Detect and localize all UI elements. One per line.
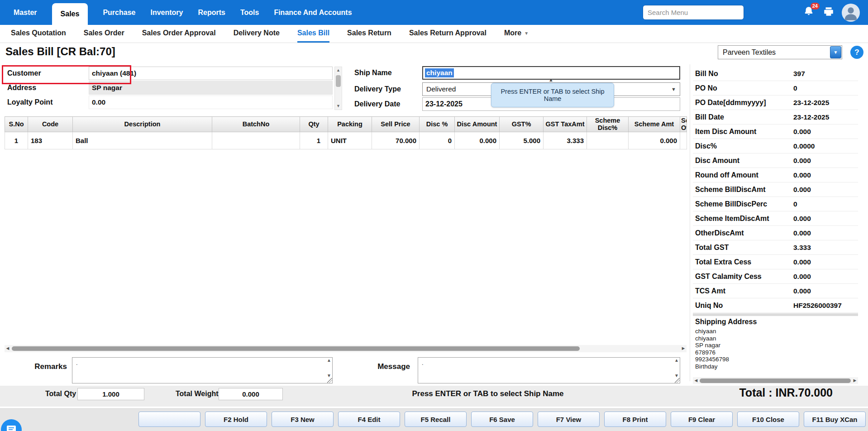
grid-hscrollbar[interactable]: ◄ ► [5,345,687,352]
cell-scheme-disc[interactable] [587,132,629,149]
cell-sch-ot[interactable] [680,132,687,149]
f1-button[interactable] [138,412,200,427]
f7-view-button[interactable]: F7 View [538,412,600,427]
menu-purchase[interactable]: Purchase [103,9,135,17]
scroll-up-icon[interactable]: ▲ [674,358,679,363]
summary-label: PO Date[ddmmyyyy] [693,99,793,107]
col-disc-pct: Disc % [420,117,455,132]
scroll-down-icon[interactable]: ▼ [674,373,679,378]
scrollbar-thumb[interactable] [336,75,341,87]
cell-gst-pct[interactable]: 5.000 [500,132,544,149]
menu-inventory[interactable]: Inventory [150,9,183,17]
message-textarea[interactable]: . ▲ ▼ [418,357,680,383]
scroll-right-icon[interactable]: ► [680,345,687,351]
tab-delivery-note[interactable]: Delivery Note [234,25,280,43]
cell-packing[interactable]: UNIT [328,132,372,149]
scroll-left-icon[interactable]: ◄ [693,378,699,383]
tab-sales-return-approval[interactable]: Sales Return Approval [409,25,486,43]
scroll-down-icon[interactable]: ▼ [335,103,342,110]
search-input[interactable] [643,5,744,20]
ship-name-tooltip: Press ENTER or TAB to select Ship Name [491,83,614,107]
company-name: Parveen Textiles [718,48,830,57]
resize-grip-icon[interactable] [675,378,680,383]
tab-sales-order-approval[interactable]: Sales Order Approval [142,25,216,43]
company-dropdown-button[interactable]: ▼ [830,46,841,58]
topbar-right: 24 [643,0,868,25]
summary-row: Uniq NoHF2526000397 [693,298,858,313]
customer-highlight-box [2,65,131,84]
cell-batchno[interactable] [212,132,300,149]
f11-buy-button[interactable]: F11 Buy XCan [804,412,866,427]
function-buttons: F2 Hold F3 New F4 Edit F5 Recall F6 Save… [138,412,866,427]
panel-divider [690,64,690,381]
ship-name-label: Ship Name [354,69,392,77]
scrollbar-thumb[interactable] [700,378,851,383]
cell-description[interactable]: Ball [73,132,212,149]
chevron-down-icon: ▼ [671,86,676,92]
customer-scrollbar[interactable]: ▲ ▼ [334,67,342,110]
summary-value: 23-12-2025 [793,113,829,121]
scroll-right-icon[interactable]: ► [852,378,858,383]
tab-sales-return[interactable]: Sales Return [347,25,391,43]
menu-master[interactable]: Master [14,9,37,17]
tab-sales-order[interactable]: Sales Order [84,25,124,43]
col-gst-pct: GST% [500,117,544,132]
help-button[interactable]: ? [850,46,863,59]
tab-sales-quotation[interactable]: Sales Quotation [11,25,66,43]
loyalty-point-field[interactable]: 0.00 [89,96,333,109]
tab-more[interactable]: More ▼ [504,25,529,43]
print-button[interactable] [823,6,835,19]
resize-grip-icon[interactable] [327,378,332,383]
company-selector[interactable]: Parveen Textiles ▼ [718,45,842,59]
status-hint: Press ENTER or TAB to select Ship Name [411,389,565,398]
shipping-address-title: Shipping Address [695,318,757,326]
f5-recall-button[interactable]: F5 Recall [405,412,467,427]
scroll-up-icon[interactable]: ▲ [327,358,331,363]
tooltip-caret-icon: ▲ [548,77,553,82]
menu-reports[interactable]: Reports [198,9,225,17]
f10-close-button[interactable]: F10 Close [737,412,799,427]
summary-value: 0.000 [793,273,811,281]
summary-label: TCS Amt [693,287,793,295]
cell-disc-amount[interactable]: 0.000 [455,132,500,149]
cell-qty[interactable]: 1 [300,132,328,149]
f6-save-button[interactable]: F6 Save [471,412,533,427]
tab-sales-bill[interactable]: Sales Bill [297,25,329,43]
summary-value: 0 [793,200,797,208]
f2-hold-button[interactable]: F2 Hold [205,412,267,427]
f8-print-button[interactable]: F8 Print [604,412,666,427]
summary-row: TCS Amt0.000 [693,284,858,298]
notifications-button[interactable]: 24 [803,6,815,19]
shipping-address-line: Birthday [695,363,729,370]
section-divider [693,313,858,316]
cell-gst-taxamt[interactable]: 3.333 [544,132,587,149]
cell-sno[interactable]: 1 [5,132,28,149]
summary-label: Item Disc Amount [693,128,793,136]
menu-sales[interactable]: Sales [52,3,88,25]
remarks-textarea[interactable]: . ▲ ▼ [72,357,333,383]
cell-scheme-amt[interactable]: 0.000 [629,132,680,149]
scroll-down-icon[interactable]: ▼ [327,373,331,378]
col-packing: Packing [328,117,372,132]
scrollbar-thumb[interactable] [12,346,580,351]
summary-value: 0.000 [793,128,811,136]
menu-tools[interactable]: Tools [240,9,259,17]
f4-edit-button[interactable]: F4 Edit [338,412,400,427]
delivery-type-label: Delivery Type [354,85,401,93]
summary-label: Round off Amount [693,171,793,179]
f3-new-button[interactable]: F3 New [272,412,334,427]
total-weight-field[interactable]: 0.000 [219,388,283,400]
summary-label: Uniq No [693,302,793,310]
f9-clear-button[interactable]: F9 Clear [671,412,733,427]
menu-finance-and-accounts[interactable]: Finance And Accounts [274,9,352,17]
panel-hscrollbar[interactable]: ◄ ► [693,377,858,384]
cell-disc-pct[interactable]: 0 [420,132,455,149]
bill-summary-panel: Bill No397 PO No0 PO Date[ddmmyyyy]23-12… [693,67,858,313]
cell-code[interactable]: 183 [28,132,73,149]
scroll-left-icon[interactable]: ◄ [5,345,11,351]
avatar[interactable] [842,4,860,22]
scroll-up-icon[interactable]: ▲ [335,67,342,74]
shipping-address-line: 678976 [695,349,729,356]
total-qty-field[interactable]: 1.000 [77,388,144,400]
cell-sell-price[interactable]: 70.000 [372,132,420,149]
